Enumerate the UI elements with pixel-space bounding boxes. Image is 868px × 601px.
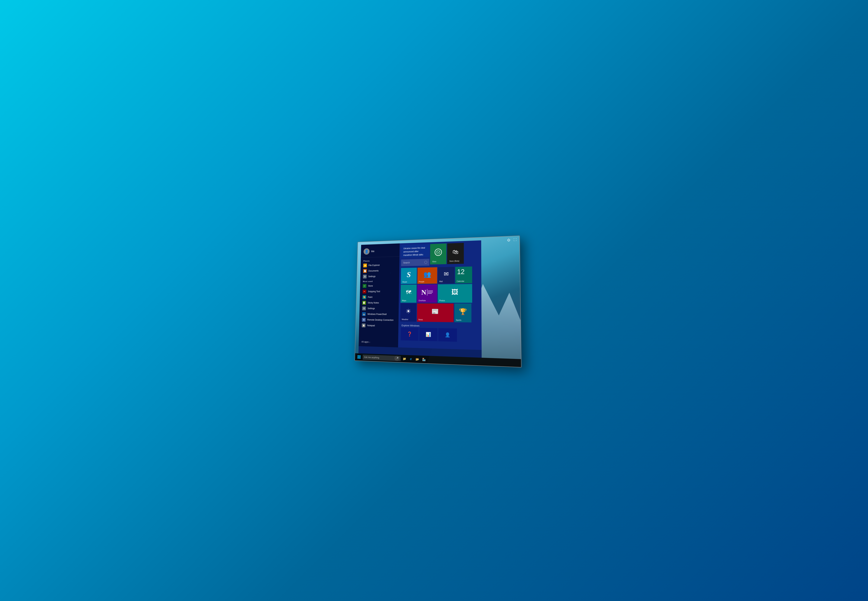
tile-xbox[interactable]: Xbox <box>430 243 446 264</box>
sports-icon: 🏆 <box>459 308 467 315</box>
explore-help-tile[interactable]: ❓ <box>400 328 419 341</box>
snipping-tool-icon: ✂ <box>362 290 366 293</box>
sidebar-item-powershell[interactable]: 💻 Windows PowerShell <box>359 311 399 317</box>
photos-icon: 🖼 <box>451 288 458 296</box>
powershell-icon: 💻 <box>362 312 365 316</box>
news-label: News <box>417 318 423 321</box>
taskbar-store[interactable]: 🏪 <box>421 357 426 362</box>
onenote-icon: N <box>421 288 426 296</box>
xbox-label: Xbox <box>431 260 437 263</box>
sidebar-item-paint[interactable]: 🎨 Paint <box>360 294 399 300</box>
taskbar-ie[interactable]: e <box>408 356 414 362</box>
tile-row-2: S Skype 👥 People ✉ <box>401 267 480 284</box>
svg-point-0 <box>436 250 440 254</box>
screen-wrapper: ⏻ ⛶ 👤 Me Places 📁 File Explorer <box>355 235 522 368</box>
tiles-panel: Ukraine cease-fire deal announced after … <box>398 240 481 350</box>
settings-label: Settings <box>368 275 376 278</box>
tile-maps[interactable]: 🗺 Maps <box>400 284 416 302</box>
sidebar-item-store[interactable]: 🛒 Store <box>360 283 399 289</box>
tile-news[interactable]: 📰 News <box>417 304 454 322</box>
calendar-label: Calendar <box>456 279 465 283</box>
power-button[interactable]: ⏻ <box>506 238 511 242</box>
store-beta-icon: 🛍 <box>452 249 458 256</box>
maps-icon: 🗺 <box>406 289 411 295</box>
tile-row-3: 🗺 Maps N <box>400 284 480 303</box>
settings-icon: ⚙ <box>363 275 367 278</box>
news-tile-icon: 📰 <box>431 308 439 315</box>
tile-row-4: ☀ Weather 📰 News 🏆 <box>400 304 480 323</box>
microphone-icon[interactable]: 🎤 <box>394 356 399 361</box>
taskbar-explorer[interactable]: 📂 <box>414 356 420 362</box>
documents-label: Documents <box>369 270 379 272</box>
taskbar-icons: 📁 e 📂 🏪 <box>401 356 427 362</box>
paint-label: Paint <box>368 296 372 298</box>
sidebar-item-settings2[interactable]: ⚙ Settings <box>359 306 399 311</box>
fullscreen-button[interactable]: ⛶ <box>513 238 517 242</box>
sidebar-item-remote-desktop[interactable]: 🖥 Remote Desktop Connection <box>359 317 399 323</box>
sidebar-item-sticky-notes[interactable]: 📝 Sticky Notes <box>359 300 399 306</box>
sidebar-item-snipping-tool[interactable]: ✂ Snipping Tool <box>360 288 399 294</box>
start-body: 👤 Me Places 📁 File Explorer 📄 Documents … <box>358 240 481 358</box>
settings2-label: Settings <box>367 307 375 310</box>
sports-label: Sports <box>455 318 462 322</box>
start-button[interactable] <box>355 353 362 361</box>
powershell-label: Windows PowerShell <box>367 313 387 316</box>
news-tile[interactable]: Ukraine cease-fire deal announced after … <box>401 244 429 258</box>
explore-section: Explore Windows ❓ 📊 👤 <box>400 322 480 343</box>
tile-sports[interactable]: 🏆 Sports <box>454 304 472 322</box>
documents-icon: 📄 <box>363 269 367 273</box>
file-explorer-icon: 📁 <box>363 264 367 267</box>
mail-label: Mail <box>439 280 443 283</box>
store-beta-label: Store (Beta) <box>448 259 460 262</box>
snipping-tool-label: Snipping Tool <box>368 290 380 293</box>
remote-desktop-label: Remote Desktop Connection <box>367 319 394 321</box>
notepad-icon: 📋 <box>362 323 365 328</box>
sidebar-item-settings[interactable]: ⚙ Settings <box>360 273 399 279</box>
sticky-notes-label: Sticky Notes <box>368 302 379 304</box>
avatar: 👤 <box>363 248 370 255</box>
search-placeholder: Ask me anything <box>364 356 379 359</box>
skype-icon: S <box>407 270 411 279</box>
tile-mail[interactable]: ✉ Mail <box>438 267 454 284</box>
tile-weather[interactable]: ☀ Weather <box>400 304 416 322</box>
windows-logo-icon <box>357 355 361 359</box>
search-tile[interactable]: Search <box>401 259 429 266</box>
store-taskbar-icon: 🏪 <box>422 358 426 361</box>
paint-icon: 🎨 <box>362 295 366 299</box>
explore-bars-tile[interactable]: 📊 <box>419 328 438 341</box>
skype-label: Skype <box>402 280 408 284</box>
store-icon: 🛒 <box>362 284 366 288</box>
tile-skype[interactable]: S Skype <box>401 268 417 284</box>
sidebar-item-file-explorer[interactable]: 📁 File Explorer <box>361 262 399 268</box>
tile-photos[interactable]: 🖼 Photos <box>438 284 472 303</box>
start-menu: 👤 Me Places 📁 File Explorer 📄 Documents … <box>358 240 481 358</box>
tile-people[interactable]: 👥 People <box>417 267 437 284</box>
calendar-number: 12 <box>457 268 464 275</box>
sticky-notes-icon: 📝 <box>362 301 366 305</box>
search-circle-icon <box>424 261 427 264</box>
tile-store-beta[interactable]: 🛍 Store (Beta) <box>447 243 464 264</box>
people-label: People <box>418 280 425 283</box>
sidebar-item-documents[interactable]: 📄 Documents <box>360 267 399 274</box>
photos-label: Photos <box>438 299 446 302</box>
tile-calendar[interactable]: 12 Calendar <box>455 267 472 284</box>
person-icon: 👤 <box>445 332 450 337</box>
news-headline: Ukraine cease-fire deal announced after … <box>403 247 425 256</box>
settings2-icon: ⚙ <box>362 307 366 310</box>
avatar-icon: 👤 <box>364 249 369 253</box>
tile-onenote[interactable]: N OneNote <box>417 284 437 303</box>
notepad-label: Notepad <box>367 324 375 327</box>
file-explorer-label: File Explorer <box>369 264 379 267</box>
sidebar-item-notepad[interactable]: 📋 Notepad <box>359 323 398 329</box>
taskbar-file-manager[interactable]: 📁 <box>402 356 407 362</box>
xbox-logo-icon <box>434 249 442 256</box>
most-used-header: Most used <box>360 279 399 283</box>
explorer-icon: 📂 <box>416 357 419 361</box>
user-section[interactable]: 👤 Me <box>361 245 399 258</box>
search-taskbar-bar[interactable]: Ask me anything 🎤 <box>362 355 401 361</box>
mic-glyph: 🎤 <box>395 357 398 360</box>
explore-person-tile[interactable]: 👤 <box>438 328 457 342</box>
all-apps-button[interactable]: All apps ↓ <box>359 339 398 345</box>
left-panel: 👤 Me Places 📁 File Explorer 📄 Documents … <box>359 243 400 348</box>
remote-desktop-icon: 🖥 <box>362 318 365 322</box>
